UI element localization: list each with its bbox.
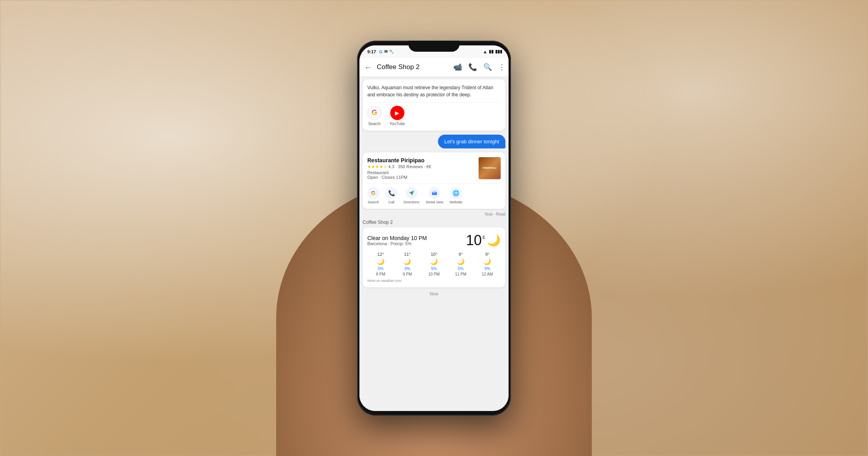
restaurant-hours: Open · Closes 11PM: [367, 175, 475, 180]
temp-value: 10: [466, 232, 482, 249]
restaurant-thumbnail: PIRIPIPAO: [479, 157, 501, 179]
status-time: 9:17: [367, 49, 376, 54]
weather-link[interactable]: More on weather.com: [367, 279, 501, 283]
half-star: ★: [383, 164, 387, 169]
search-action-btn[interactable]: G Search: [367, 106, 382, 126]
hour-icon-2: 🌙: [430, 258, 438, 265]
hour-precip-0: 5%: [378, 266, 383, 271]
hour-icon-4: 🌙: [483, 258, 491, 265]
hour-temp-2: 10°: [431, 252, 438, 257]
app-header: ← Coffee Shop 2 📹 📞 🔍 ⋮: [359, 58, 509, 77]
website-label: Website: [450, 200, 462, 204]
weather-main: Clear on Monday 10 PM Barcelona · Precip…: [367, 232, 501, 249]
chat-bubble: Let's grab dinner tonight: [438, 135, 505, 148]
directions-icon: [406, 187, 417, 199]
message-timestamp: Now · Read: [363, 212, 505, 216]
call-icon: 📞: [385, 187, 397, 199]
youtube-icon: ▶: [390, 106, 404, 120]
call-label: Call: [388, 200, 395, 204]
website-btn[interactable]: 🌐 Website: [450, 187, 462, 204]
battery-icon: ▮▮▮: [495, 49, 502, 54]
bottom-label: Now: [359, 290, 509, 298]
directions-btn[interactable]: Directions: [404, 187, 419, 204]
chat-message: Let's grab dinner tonight: [444, 139, 499, 144]
weather-location: Barcelona · Precip: 5%: [367, 241, 427, 246]
hour-precip-1: 5%: [404, 266, 410, 271]
wifi-icon: ▲: [483, 49, 487, 54]
main-content: Vulko, Aquaman must retrieve the legenda…: [359, 77, 509, 411]
aquaman-card: Vulko, Aquaman must retrieve the legenda…: [363, 79, 505, 131]
directions-label: Directions: [404, 200, 419, 204]
signal-bars: ▮▮: [489, 49, 494, 54]
search-icon[interactable]: 🔍: [483, 63, 492, 71]
street-view-label: Street view: [426, 200, 443, 204]
status-settings-icon: 🔧: [389, 49, 394, 54]
back-button[interactable]: ←: [363, 61, 374, 73]
temp-unit: c: [483, 234, 485, 240]
hour-icon-3: 🌙: [457, 258, 465, 265]
hour-item-0: 12° 🌙 5% 8 PM: [367, 252, 394, 276]
aquaman-actions: G Search ▶ YouTube: [367, 102, 501, 126]
location-name: Barcelona: [367, 241, 387, 246]
aquaman-text: Vulko, Aquaman must retrieve the legenda…: [367, 84, 501, 98]
restaurant-info: Restaurante Piripipao ★★★★★ 4.3 · 350 Re…: [367, 157, 475, 180]
header-title: Coffee Shop 2: [377, 63, 450, 71]
phone-shell: 9:17 G ✉ 🔧 ▲ ▮▮ ▮▮▮ ← Coffee Shop 2 📹 📞 …: [357, 41, 511, 416]
status-carrier: G: [379, 49, 383, 54]
rest-search-label: Search: [368, 200, 379, 204]
hourly-forecast: 12° 🌙 5% 8 PM 11° 🌙 5% 9 PM 10°: [367, 252, 501, 276]
hour-icon-1: 🌙: [403, 258, 411, 265]
rating-value: 4.3 · 350 Reviews · €€: [388, 164, 431, 169]
weather-card: Clear on Monday 10 PM Barcelona · Precip…: [363, 227, 505, 287]
hour-time-2: 10 PM: [428, 272, 440, 276]
street-view-btn[interactable]: 🏔 Street view: [426, 187, 443, 204]
hour-precip-3: 5%: [458, 266, 463, 271]
weather-info: Clear on Monday 10 PM Barcelona · Precip…: [367, 235, 427, 246]
video-call-icon[interactable]: 📹: [453, 63, 462, 71]
hour-item-4: 9° 🌙 5% 12 AM: [474, 252, 501, 276]
rest-search-btn[interactable]: G Search: [367, 187, 379, 204]
hour-temp-1: 11°: [404, 252, 411, 257]
phone-call-icon[interactable]: 📞: [468, 63, 477, 71]
search-label: Search: [368, 122, 381, 126]
hour-precip-2: 5%: [431, 266, 437, 271]
restaurant-actions: G Search 📞 Call Direc: [367, 184, 501, 204]
hour-item-2: 10° 🌙 5% 10 PM: [421, 252, 447, 276]
hour-temp-4: 9°: [485, 252, 490, 257]
hour-precip-4: 5%: [485, 266, 490, 271]
hour-item-1: 11° 🌙 5% 9 PM: [394, 252, 421, 276]
youtube-action-btn[interactable]: ▶ YouTube: [389, 106, 405, 126]
hour-time-3: 11 PM: [455, 272, 466, 276]
phone-screen: 9:17 G ✉ 🔧 ▲ ▮▮ ▮▮▮ ← Coffee Shop 2 📹 📞 …: [359, 45, 509, 411]
weather-temperature: 10 c: [466, 232, 485, 249]
weather-source: Coffee Shop 2: [359, 220, 509, 225]
thumb-text: PIRIPIPAO: [483, 167, 497, 169]
restaurant-header: Restaurante Piripipao ★★★★★ 4.3 · 350 Re…: [367, 157, 501, 180]
rest-search-icon: G: [367, 187, 379, 199]
status-left: 9:17 G ✉ 🔧: [367, 49, 394, 54]
hour-time-4: 12 AM: [482, 272, 493, 276]
restaurant-rating: ★★★★★ 4.3 · 350 Reviews · €€: [367, 164, 475, 169]
restaurant-name: Restaurante Piripipao: [367, 157, 475, 163]
hour-temp-0: 12°: [377, 252, 384, 257]
youtube-label: YouTube: [389, 122, 405, 126]
status-mail-icon: ✉: [384, 49, 387, 54]
open-status: Open ·: [367, 175, 382, 180]
hour-temp-3: 9°: [458, 252, 463, 257]
call-btn[interactable]: 📞 Call: [385, 187, 397, 204]
stars: ★★★★: [367, 164, 383, 169]
restaurant-card: Restaurante Piripipao ★★★★★ 4.3 · 350 Re…: [363, 152, 505, 209]
hour-icon-0: 🌙: [377, 258, 385, 265]
precip-value: Precip: 5%: [391, 241, 412, 246]
closing-time: Closes 11PM: [382, 175, 407, 180]
hour-time-0: 8 PM: [376, 272, 385, 276]
website-icon: 🌐: [450, 187, 462, 199]
more-options-icon[interactable]: ⋮: [498, 63, 505, 71]
hour-time-1: 9 PM: [403, 272, 412, 276]
header-actions: 📹 📞 🔍 ⋮: [453, 63, 505, 71]
status-right: ▲ ▮▮ ▮▮▮: [483, 49, 502, 54]
chat-bubble-row: Let's grab dinner tonight: [363, 135, 505, 148]
hour-item-3: 9° 🌙 5% 11 PM: [447, 252, 474, 276]
moon-icon: 🌙: [487, 234, 501, 247]
weather-temp-area: 10 c 🌙: [466, 232, 501, 249]
